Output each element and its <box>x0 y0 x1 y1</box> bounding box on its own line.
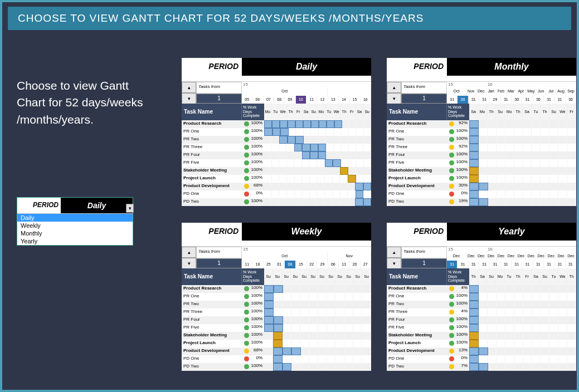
task-name: PR Three <box>182 144 242 151</box>
status-dot <box>242 363 251 371</box>
task-name: PR One <box>182 128 242 136</box>
status-dot <box>242 136 251 144</box>
status-dot <box>242 293 251 301</box>
task-pct: 100% <box>251 128 264 136</box>
task-name: PR Two <box>387 301 447 308</box>
task-name: PR Five <box>387 324 447 332</box>
spinner-up-icon[interactable]: ▴ <box>387 82 401 93</box>
task-bars <box>264 301 371 308</box>
status-dot <box>242 198 251 206</box>
task-bars <box>469 324 576 332</box>
status-dot <box>242 355 251 363</box>
task-row: PR One 100% <box>387 128 576 136</box>
task-bars <box>264 285 371 293</box>
task-row: Stakeholder Meeting 100% <box>387 332 576 340</box>
period-title: Monthly <box>447 58 576 76</box>
spinner-down-icon[interactable]: ▾ <box>182 93 196 104</box>
task-bars <box>469 183 576 190</box>
timeline-header: SaMoThSuMoThSaTuThSuWeFr <box>469 104 576 120</box>
status-dot <box>447 151 456 159</box>
task-row: PR Four 100% <box>182 151 371 159</box>
task-name: PD One <box>387 190 447 198</box>
task-name: PR Four <box>182 316 242 324</box>
task-name: Product Research <box>182 285 242 293</box>
task-pct: 100% <box>456 316 469 324</box>
task-name: PR Five <box>182 159 242 167</box>
task-row: PR Two 100% <box>387 301 576 308</box>
task-pct: 100% <box>251 159 264 167</box>
status-dot <box>447 183 456 190</box>
task-bars <box>469 332 576 340</box>
dropdown-arrow-icon[interactable]: ▾ <box>126 204 134 213</box>
tasks-from-value[interactable]: 1 <box>196 94 242 104</box>
tasks-from-value[interactable]: 1 <box>401 94 447 104</box>
task-pct: 100% <box>251 301 264 308</box>
task-pct: 4% <box>456 285 469 293</box>
task-row: PR One 100% <box>387 293 576 301</box>
task-pct: 100% <box>456 167 469 175</box>
spinner-down-icon[interactable]: ▾ <box>387 93 401 104</box>
period-option-weekly[interactable]: Weekly <box>17 222 133 229</box>
task-name: PD One <box>387 355 447 363</box>
task-bars <box>264 183 371 190</box>
task-bars <box>264 167 371 175</box>
timeline-header: ThSaSuMoTuThFrSaSuTuWeTh <box>469 268 576 285</box>
pct-header: % Work Days Complete <box>242 268 264 285</box>
task-pct: 100% <box>251 332 264 340</box>
status-dot <box>447 340 456 347</box>
pct-header: % Work Days Complete <box>447 268 469 285</box>
status-dot <box>447 120 456 128</box>
status-dot <box>242 128 251 136</box>
period-label: PERIOD <box>387 223 447 241</box>
task-name: PD Two <box>387 363 447 371</box>
period-option-daily[interactable]: Daily <box>17 214 133 222</box>
task-pct: 100% <box>251 175 264 183</box>
task-row: PR Three 100% <box>182 308 371 316</box>
task-pct: 92% <box>456 144 469 151</box>
task-name: Product Research <box>387 285 447 293</box>
task-pct: 100% <box>251 340 264 347</box>
tasks-from-value[interactable]: 1 <box>196 258 242 269</box>
spinner-up-icon[interactable]: ▴ <box>387 247 401 258</box>
period-dropdown[interactable]: ▾ Daily Weekly Monthly Yearly <box>17 214 133 245</box>
task-pct: 100% <box>456 128 469 136</box>
task-name: PR One <box>387 128 447 136</box>
task-name: PR Two <box>182 301 242 308</box>
task-row: PR Four 100% <box>182 316 371 324</box>
status-dot <box>447 355 456 363</box>
status-dot <box>242 144 251 151</box>
status-dot <box>242 340 251 347</box>
period-option-yearly[interactable]: Yearly <box>17 237 133 245</box>
status-dot <box>447 324 456 332</box>
task-pct: 0% <box>456 355 469 363</box>
task-name: Project Launch <box>387 175 447 183</box>
task-bars <box>469 363 576 371</box>
spinner-down-icon[interactable]: ▾ <box>387 258 401 269</box>
task-bars <box>469 285 576 293</box>
tasks-from-value[interactable]: 1 <box>401 258 447 269</box>
timeline-header: SuSuSuSuSuSuSuSuSuSuSuSu <box>264 268 371 285</box>
task-name: PR Four <box>182 151 242 159</box>
status-dot <box>242 183 251 190</box>
task-name: PD One <box>182 190 242 198</box>
task-pct: 100% <box>456 159 469 167</box>
task-row: Product Research 92% <box>387 120 576 128</box>
task-row: Project Launch 100% <box>182 175 371 183</box>
tasks-from-label: Tasks from <box>196 82 242 94</box>
spinner-down-icon[interactable]: ▾ <box>182 258 196 269</box>
task-pct: 100% <box>456 324 469 332</box>
task-bars <box>469 198 576 206</box>
status-dot <box>447 190 456 198</box>
status-dot <box>447 136 456 144</box>
status-dot <box>242 308 251 316</box>
task-name: Stakeholder Meeting <box>387 332 447 340</box>
task-row: PR Five 100% <box>387 324 576 332</box>
period-option-monthly[interactable]: Monthly <box>17 229 133 237</box>
spinner-up-icon[interactable]: ▴ <box>182 82 196 93</box>
period-value[interactable]: Daily <box>61 198 133 213</box>
period-title: Daily <box>242 58 371 76</box>
period-selector[interactable]: PERIOD Daily ▾ Daily Weekly Monthly Year… <box>17 197 133 246</box>
task-pct: 100% <box>456 175 469 183</box>
spinner-up-icon[interactable]: ▴ <box>182 247 196 258</box>
task-row: PR One 100% <box>182 128 371 136</box>
